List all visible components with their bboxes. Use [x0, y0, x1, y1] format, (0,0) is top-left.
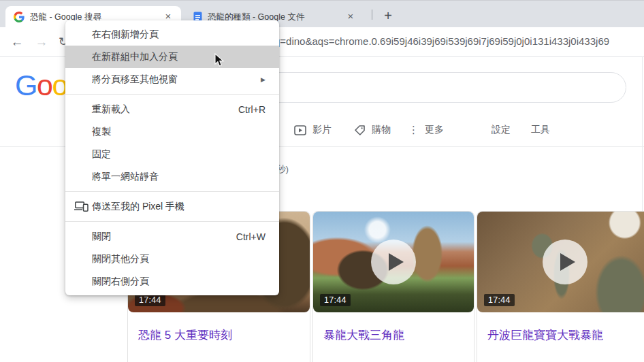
menu-separator — [65, 94, 279, 95]
tab-more[interactable]: ⋮ 更多 — [408, 122, 444, 137]
menu-item-send-to-pixel[interactable]: 傳送至我的 Pixel 手機 — [65, 195, 279, 218]
back-icon[interactable]: ← — [8, 33, 26, 51]
tab-shopping[interactable]: 購物 — [354, 122, 391, 137]
browser-window: 恐龍 - Google 搜尋 × 恐龍的種類 - Google 文件 × + ←… — [0, 0, 644, 362]
more-dots-icon: ⋮ — [408, 124, 419, 136]
menu-accelerator: Ctrl+W — [236, 231, 265, 242]
video-card[interactable]: 17:44 暴龍大戰三角龍 — [312, 211, 474, 362]
menu-item-duplicate[interactable]: 複製 — [65, 120, 279, 143]
video-title-link[interactable]: 丹波巨龍寶寶大戰暴龍 — [487, 328, 643, 344]
video-thumbnail[interactable]: 17:44 — [313, 212, 474, 312]
video-thumbnail[interactable]: 17:44 — [477, 212, 644, 312]
menu-item-close[interactable]: 關閉 Ctrl+W — [65, 225, 279, 248]
video-title-link[interactable]: 暴龍大戰三角龍 — [323, 328, 464, 344]
video-duration-badge: 17:44 — [320, 294, 351, 306]
menu-item-add-to-new-group[interactable]: 在新群組中加入分頁 — [65, 46, 279, 68]
mouse-cursor — [214, 53, 225, 67]
video-card[interactable]: 17:44 丹波巨龍寶寶大戰暴龍 — [477, 211, 644, 362]
settings-link[interactable]: 設定 — [492, 122, 511, 137]
video-icon — [294, 125, 306, 135]
menu-item-pin[interactable]: 固定 — [65, 143, 279, 165]
devices-icon — [74, 201, 88, 212]
new-tab-button[interactable]: + — [379, 7, 398, 26]
video-duration-badge: 17:44 — [135, 294, 165, 306]
address-bar-url[interactable]: q=dino&aqs=chrome.0.69i59j46i39j69i539j6… — [274, 35, 644, 47]
tools-link[interactable]: 工具 — [531, 122, 550, 137]
play-icon[interactable] — [371, 240, 416, 284]
menu-item-mute-site[interactable]: 將單一網站靜音 — [65, 165, 279, 188]
video-title-link[interactable]: 恐龍 5 大重要時刻 — [138, 328, 300, 344]
google-favicon-icon — [14, 12, 25, 22]
tab-videos[interactable]: 影片 — [294, 122, 332, 137]
menu-separator — [65, 191, 279, 192]
forward-icon[interactable]: → — [33, 33, 50, 51]
menu-item-reload[interactable]: 重新載入 Ctrl+R — [65, 98, 279, 120]
submenu-arrow-icon: ▶ — [261, 76, 265, 83]
tab-context-menu: 在右側新增分頁 在新群組中加入分頁 將分頁移至其他視窗 ▶ 重新載入 Ctrl+… — [65, 20, 279, 295]
menu-item-close-right[interactable]: 關閉右側分頁 — [65, 270, 279, 293]
tab-close-icon[interactable]: × — [344, 11, 357, 23]
tab-videos-label: 影片 — [312, 124, 332, 136]
menu-item-close-others[interactable]: 關閉其他分頁 — [65, 248, 279, 270]
menu-item-new-tab-right[interactable]: 在右側新增分頁 — [65, 23, 279, 46]
tab-divider — [372, 10, 372, 20]
shopping-tag-icon — [354, 125, 366, 136]
tab-shopping-label: 購物 — [372, 124, 391, 136]
menu-item-move-to-window[interactable]: 將分頁移至其他視窗 ▶ — [65, 68, 279, 90]
play-icon[interactable] — [543, 240, 587, 284]
menu-accelerator: Ctrl+R — [238, 104, 265, 115]
menu-separator — [65, 221, 279, 222]
tab-more-label: 更多 — [425, 124, 444, 136]
video-duration-badge: 17:44 — [484, 294, 515, 306]
